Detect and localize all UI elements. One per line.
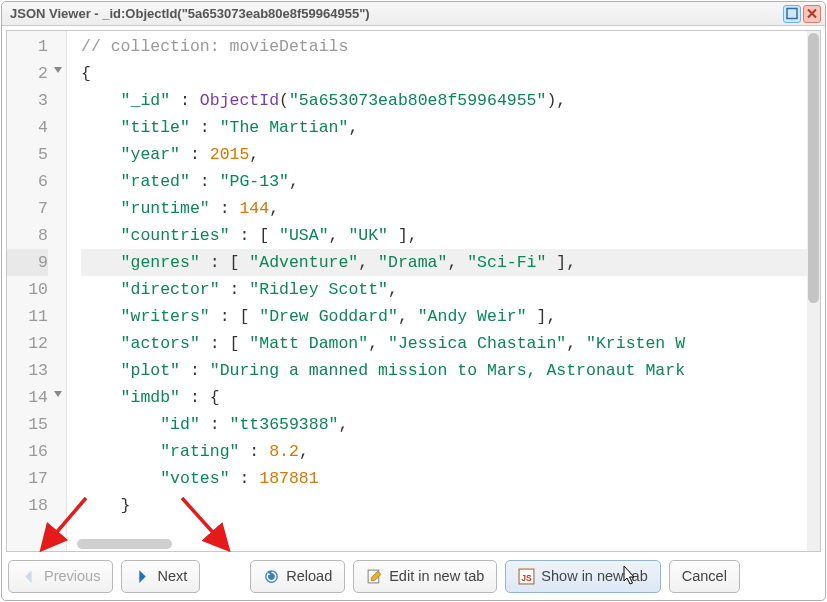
edit-in-new-tab-button[interactable]: Edit in new tab bbox=[353, 560, 497, 593]
reload-label: Reload bbox=[286, 568, 332, 584]
code-line[interactable]: // collection: movieDetails bbox=[81, 33, 820, 60]
line-number: 1 bbox=[7, 33, 48, 60]
line-number: 11 bbox=[7, 303, 48, 330]
show-label: Show in new tab bbox=[541, 568, 647, 584]
code-line[interactable]: "rating" : 8.2, bbox=[81, 438, 820, 465]
line-number: 4 bbox=[7, 114, 48, 141]
code-line[interactable]: "runtime" : 144, bbox=[81, 195, 820, 222]
line-number: 7 bbox=[7, 195, 48, 222]
line-number: 6 bbox=[7, 168, 48, 195]
next-label: Next bbox=[157, 568, 187, 584]
fold-icon[interactable] bbox=[54, 67, 62, 73]
code-line[interactable]: "plot" : "During a manned mission to Mar… bbox=[81, 357, 820, 384]
close-icon bbox=[804, 5, 820, 22]
next-icon bbox=[134, 568, 151, 585]
hscroll-thumb[interactable] bbox=[77, 539, 172, 549]
line-number: 3 bbox=[7, 87, 48, 114]
line-number: 8 bbox=[7, 222, 48, 249]
window-title: JSON Viewer - _id:ObjectId("5a653073eab8… bbox=[10, 6, 781, 21]
line-number: 16 bbox=[7, 438, 48, 465]
show-in-new-tab-button[interactable]: JS Show in new tab bbox=[505, 560, 660, 593]
code-line[interactable]: "title" : "The Martian", bbox=[81, 114, 820, 141]
titlebar: JSON Viewer - _id:ObjectId("5a653073eab8… bbox=[2, 2, 825, 26]
previous-label: Previous bbox=[44, 568, 100, 584]
edit-icon bbox=[366, 568, 383, 585]
cancel-label: Cancel bbox=[682, 568, 727, 584]
code-line[interactable]: "id" : "tt3659388", bbox=[81, 411, 820, 438]
code-editor[interactable]: 123456789101112131415161718 // collectio… bbox=[6, 30, 821, 552]
code-line[interactable]: "_id" : ObjectId("5a653073eab80e8f599649… bbox=[81, 87, 820, 114]
code-line[interactable]: "writers" : [ "Drew Goddard", "Andy Weir… bbox=[81, 303, 820, 330]
line-number: 14 bbox=[7, 384, 48, 411]
line-number: 17 bbox=[7, 465, 48, 492]
line-number: 15 bbox=[7, 411, 48, 438]
line-number: 18 bbox=[7, 492, 48, 519]
code-line[interactable]: "votes" : 187881 bbox=[81, 465, 820, 492]
reload-icon bbox=[263, 568, 280, 585]
previous-icon bbox=[21, 568, 38, 585]
svg-rect-0 bbox=[787, 9, 797, 19]
line-number: 5 bbox=[7, 141, 48, 168]
previous-button[interactable]: Previous bbox=[8, 560, 113, 593]
code-content[interactable]: // collection: movieDetails{ "_id" : Obj… bbox=[67, 31, 820, 551]
code-line[interactable]: "rated" : "PG-13", bbox=[81, 168, 820, 195]
minimize-button[interactable] bbox=[783, 5, 801, 23]
line-number: 2 bbox=[7, 60, 48, 87]
code-line[interactable]: "year" : 2015, bbox=[81, 141, 820, 168]
vertical-scrollbar[interactable] bbox=[807, 31, 820, 551]
minimize-icon bbox=[784, 5, 800, 22]
code-line[interactable]: "countries" : [ "USA", "UK" ], bbox=[81, 222, 820, 249]
footer-toolbar: Previous Next Reload Edit in new tab JS … bbox=[2, 556, 825, 600]
vscroll-thumb[interactable] bbox=[808, 33, 819, 303]
line-gutter: 123456789101112131415161718 bbox=[7, 31, 67, 551]
show-js-icon: JS bbox=[518, 568, 535, 585]
code-line[interactable]: "genres" : [ "Adventure", "Drama", "Sci-… bbox=[81, 249, 820, 276]
close-button[interactable] bbox=[803, 5, 821, 23]
code-line[interactable]: } bbox=[81, 492, 820, 519]
edit-label: Edit in new tab bbox=[389, 568, 484, 584]
line-number: 13 bbox=[7, 357, 48, 384]
code-line[interactable]: { bbox=[81, 60, 820, 87]
line-number: 12 bbox=[7, 330, 48, 357]
svg-text:JS: JS bbox=[522, 572, 533, 582]
horizontal-scrollbar[interactable] bbox=[67, 539, 806, 550]
code-line[interactable]: "imdb" : { bbox=[81, 384, 820, 411]
fold-icon[interactable] bbox=[54, 391, 62, 397]
line-number: 9 bbox=[7, 249, 48, 276]
line-number: 10 bbox=[7, 276, 48, 303]
cancel-button[interactable]: Cancel bbox=[669, 560, 740, 593]
reload-button[interactable]: Reload bbox=[250, 560, 345, 593]
code-line[interactable]: "actors" : [ "Matt Damon", "Jessica Chas… bbox=[81, 330, 820, 357]
code-line[interactable]: "director" : "Ridley Scott", bbox=[81, 276, 820, 303]
next-button[interactable]: Next bbox=[121, 560, 200, 593]
json-viewer-window: JSON Viewer - _id:ObjectId("5a653073eab8… bbox=[1, 1, 826, 601]
